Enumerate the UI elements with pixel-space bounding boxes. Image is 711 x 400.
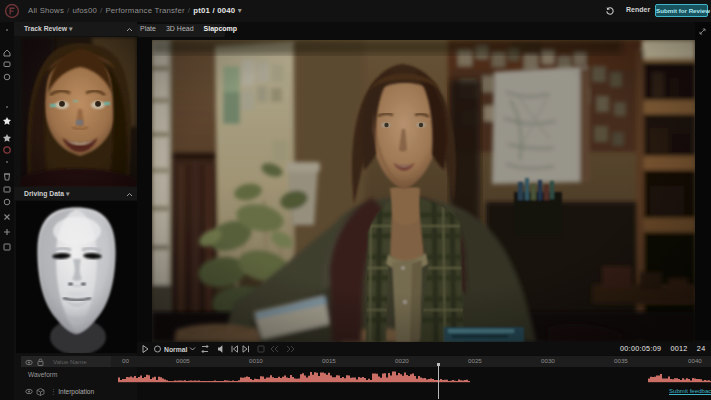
svg-text:Normal: Normal [164,346,188,353]
